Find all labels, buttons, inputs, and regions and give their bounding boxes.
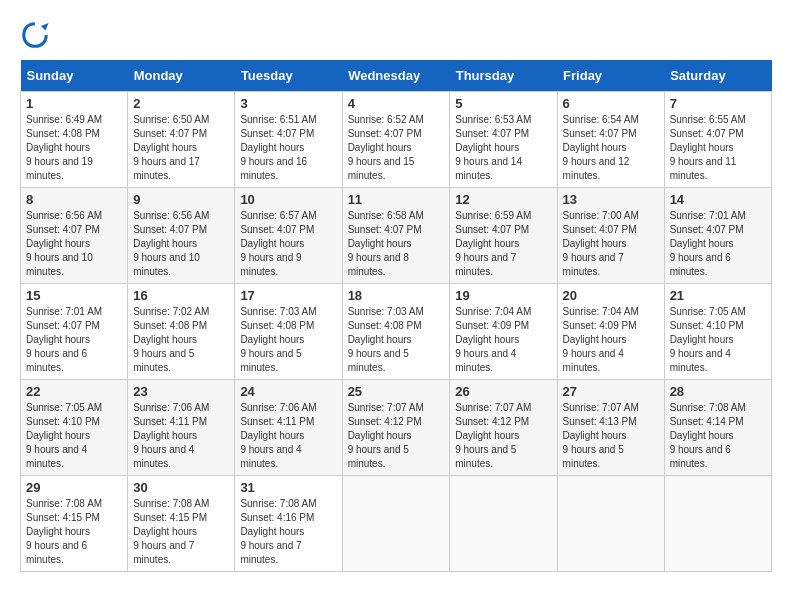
calendar-table: SundayMondayTuesdayWednesdayThursdayFrid… <box>20 60 772 572</box>
calendar-week-3: 15 Sunrise: 7:01 AM Sunset: 4:07 PM Dayl… <box>21 284 772 380</box>
day-info: Sunrise: 7:06 AM Sunset: 4:11 PM Dayligh… <box>240 402 316 469</box>
day-info: Sunrise: 6:50 AM Sunset: 4:07 PM Dayligh… <box>133 114 209 181</box>
day-number: 16 <box>133 288 229 303</box>
calendar-cell: 22 Sunrise: 7:05 AM Sunset: 4:10 PM Dayl… <box>21 380 128 476</box>
day-number: 12 <box>455 192 551 207</box>
day-info: Sunrise: 7:07 AM Sunset: 4:12 PM Dayligh… <box>455 402 531 469</box>
day-info: Sunrise: 7:08 AM Sunset: 4:16 PM Dayligh… <box>240 498 316 565</box>
calendar-cell <box>664 476 771 572</box>
day-number: 8 <box>26 192 122 207</box>
calendar-header-row: SundayMondayTuesdayWednesdayThursdayFrid… <box>21 60 772 92</box>
day-number: 6 <box>563 96 659 111</box>
day-number: 25 <box>348 384 445 399</box>
day-number: 10 <box>240 192 336 207</box>
day-info: Sunrise: 7:06 AM Sunset: 4:11 PM Dayligh… <box>133 402 209 469</box>
calendar-header-wednesday: Wednesday <box>342 60 450 92</box>
calendar-cell: 16 Sunrise: 7:02 AM Sunset: 4:08 PM Dayl… <box>128 284 235 380</box>
calendar-cell: 25 Sunrise: 7:07 AM Sunset: 4:12 PM Dayl… <box>342 380 450 476</box>
calendar-cell: 13 Sunrise: 7:00 AM Sunset: 4:07 PM Dayl… <box>557 188 664 284</box>
day-info: Sunrise: 7:08 AM Sunset: 4:15 PM Dayligh… <box>26 498 102 565</box>
day-info: Sunrise: 7:05 AM Sunset: 4:10 PM Dayligh… <box>26 402 102 469</box>
calendar-cell <box>557 476 664 572</box>
day-info: Sunrise: 7:00 AM Sunset: 4:07 PM Dayligh… <box>563 210 639 277</box>
calendar-week-4: 22 Sunrise: 7:05 AM Sunset: 4:10 PM Dayl… <box>21 380 772 476</box>
calendar-header-sunday: Sunday <box>21 60 128 92</box>
day-number: 30 <box>133 480 229 495</box>
day-number: 4 <box>348 96 445 111</box>
calendar-cell: 15 Sunrise: 7:01 AM Sunset: 4:07 PM Dayl… <box>21 284 128 380</box>
day-number: 2 <box>133 96 229 111</box>
day-number: 20 <box>563 288 659 303</box>
calendar-week-2: 8 Sunrise: 6:56 AM Sunset: 4:07 PM Dayli… <box>21 188 772 284</box>
day-number: 5 <box>455 96 551 111</box>
calendar-cell: 14 Sunrise: 7:01 AM Sunset: 4:07 PM Dayl… <box>664 188 771 284</box>
day-info: Sunrise: 7:03 AM Sunset: 4:08 PM Dayligh… <box>240 306 316 373</box>
day-info: Sunrise: 6:58 AM Sunset: 4:07 PM Dayligh… <box>348 210 424 277</box>
calendar-cell: 10 Sunrise: 6:57 AM Sunset: 4:07 PM Dayl… <box>235 188 342 284</box>
calendar-cell: 23 Sunrise: 7:06 AM Sunset: 4:11 PM Dayl… <box>128 380 235 476</box>
calendar-header-monday: Monday <box>128 60 235 92</box>
calendar-cell: 26 Sunrise: 7:07 AM Sunset: 4:12 PM Dayl… <box>450 380 557 476</box>
day-info: Sunrise: 7:04 AM Sunset: 4:09 PM Dayligh… <box>563 306 639 373</box>
calendar-cell: 21 Sunrise: 7:05 AM Sunset: 4:10 PM Dayl… <box>664 284 771 380</box>
calendar-cell: 17 Sunrise: 7:03 AM Sunset: 4:08 PM Dayl… <box>235 284 342 380</box>
day-info: Sunrise: 6:56 AM Sunset: 4:07 PM Dayligh… <box>26 210 102 277</box>
day-number: 18 <box>348 288 445 303</box>
day-number: 21 <box>670 288 766 303</box>
day-number: 9 <box>133 192 229 207</box>
day-number: 11 <box>348 192 445 207</box>
logo <box>20 20 54 50</box>
calendar-header-saturday: Saturday <box>664 60 771 92</box>
day-number: 29 <box>26 480 122 495</box>
day-number: 17 <box>240 288 336 303</box>
day-info: Sunrise: 7:07 AM Sunset: 4:13 PM Dayligh… <box>563 402 639 469</box>
day-info: Sunrise: 7:04 AM Sunset: 4:09 PM Dayligh… <box>455 306 531 373</box>
calendar-cell: 6 Sunrise: 6:54 AM Sunset: 4:07 PM Dayli… <box>557 92 664 188</box>
calendar-cell: 30 Sunrise: 7:08 AM Sunset: 4:15 PM Dayl… <box>128 476 235 572</box>
day-info: Sunrise: 6:56 AM Sunset: 4:07 PM Dayligh… <box>133 210 209 277</box>
day-number: 22 <box>26 384 122 399</box>
calendar-cell: 24 Sunrise: 7:06 AM Sunset: 4:11 PM Dayl… <box>235 380 342 476</box>
day-info: Sunrise: 6:51 AM Sunset: 4:07 PM Dayligh… <box>240 114 316 181</box>
day-info: Sunrise: 6:59 AM Sunset: 4:07 PM Dayligh… <box>455 210 531 277</box>
calendar-cell: 5 Sunrise: 6:53 AM Sunset: 4:07 PM Dayli… <box>450 92 557 188</box>
day-info: Sunrise: 6:57 AM Sunset: 4:07 PM Dayligh… <box>240 210 316 277</box>
day-number: 23 <box>133 384 229 399</box>
calendar-cell <box>342 476 450 572</box>
day-info: Sunrise: 6:49 AM Sunset: 4:08 PM Dayligh… <box>26 114 102 181</box>
day-number: 24 <box>240 384 336 399</box>
calendar-cell: 20 Sunrise: 7:04 AM Sunset: 4:09 PM Dayl… <box>557 284 664 380</box>
calendar-cell: 4 Sunrise: 6:52 AM Sunset: 4:07 PM Dayli… <box>342 92 450 188</box>
calendar-cell: 27 Sunrise: 7:07 AM Sunset: 4:13 PM Dayl… <box>557 380 664 476</box>
calendar-cell: 3 Sunrise: 6:51 AM Sunset: 4:07 PM Dayli… <box>235 92 342 188</box>
day-number: 27 <box>563 384 659 399</box>
day-info: Sunrise: 6:54 AM Sunset: 4:07 PM Dayligh… <box>563 114 639 181</box>
calendar-cell <box>450 476 557 572</box>
logo-icon <box>20 20 50 50</box>
calendar-header-tuesday: Tuesday <box>235 60 342 92</box>
day-number: 13 <box>563 192 659 207</box>
calendar-week-5: 29 Sunrise: 7:08 AM Sunset: 4:15 PM Dayl… <box>21 476 772 572</box>
calendar-cell: 28 Sunrise: 7:08 AM Sunset: 4:14 PM Dayl… <box>664 380 771 476</box>
day-info: Sunrise: 6:53 AM Sunset: 4:07 PM Dayligh… <box>455 114 531 181</box>
day-info: Sunrise: 6:55 AM Sunset: 4:07 PM Dayligh… <box>670 114 746 181</box>
day-info: Sunrise: 7:01 AM Sunset: 4:07 PM Dayligh… <box>670 210 746 277</box>
calendar-week-1: 1 Sunrise: 6:49 AM Sunset: 4:08 PM Dayli… <box>21 92 772 188</box>
calendar-header-friday: Friday <box>557 60 664 92</box>
day-info: Sunrise: 6:52 AM Sunset: 4:07 PM Dayligh… <box>348 114 424 181</box>
day-info: Sunrise: 7:07 AM Sunset: 4:12 PM Dayligh… <box>348 402 424 469</box>
calendar-cell: 19 Sunrise: 7:04 AM Sunset: 4:09 PM Dayl… <box>450 284 557 380</box>
day-number: 26 <box>455 384 551 399</box>
day-info: Sunrise: 7:03 AM Sunset: 4:08 PM Dayligh… <box>348 306 424 373</box>
day-number: 14 <box>670 192 766 207</box>
calendar-cell: 8 Sunrise: 6:56 AM Sunset: 4:07 PM Dayli… <box>21 188 128 284</box>
calendar-cell: 7 Sunrise: 6:55 AM Sunset: 4:07 PM Dayli… <box>664 92 771 188</box>
calendar-cell: 29 Sunrise: 7:08 AM Sunset: 4:15 PM Dayl… <box>21 476 128 572</box>
calendar-cell: 2 Sunrise: 6:50 AM Sunset: 4:07 PM Dayli… <box>128 92 235 188</box>
day-info: Sunrise: 7:01 AM Sunset: 4:07 PM Dayligh… <box>26 306 102 373</box>
day-number: 3 <box>240 96 336 111</box>
day-info: Sunrise: 7:02 AM Sunset: 4:08 PM Dayligh… <box>133 306 209 373</box>
calendar-cell: 18 Sunrise: 7:03 AM Sunset: 4:08 PM Dayl… <box>342 284 450 380</box>
calendar-cell: 11 Sunrise: 6:58 AM Sunset: 4:07 PM Dayl… <box>342 188 450 284</box>
calendar-cell: 12 Sunrise: 6:59 AM Sunset: 4:07 PM Dayl… <box>450 188 557 284</box>
